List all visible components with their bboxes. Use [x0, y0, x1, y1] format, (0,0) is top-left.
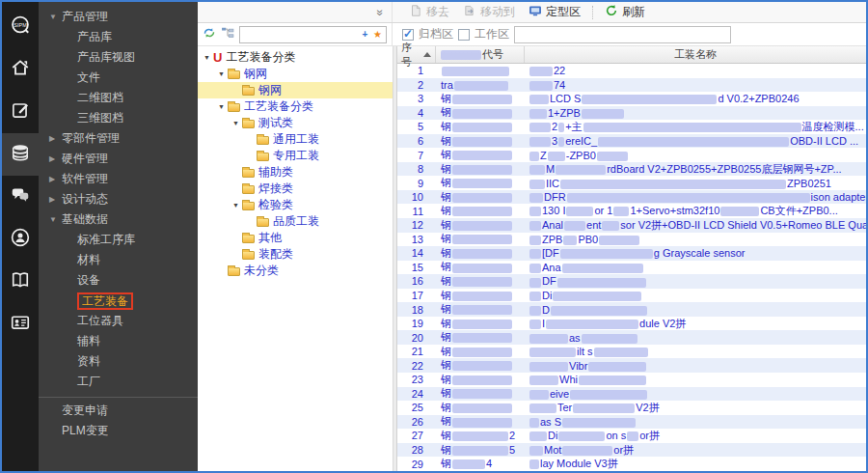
rail-item-chat[interactable]	[2, 176, 39, 218]
rail-item-contact[interactable]	[2, 218, 39, 261]
nav-item-base-data[interactable]: ▼基础数据	[39, 209, 198, 230]
rail-item-book[interactable]	[2, 261, 39, 303]
chevron-right-icon[interactable]: ▶	[49, 154, 62, 163]
nav-item-plm-change[interactable]: PLM变更	[39, 421, 198, 441]
table-row[interactable]: 8钢MrdBoard V2+ZPB0255+ZPB0255底层钢网号+ZP...	[397, 162, 866, 177]
table-row[interactable]: 21钢ilt s	[397, 345, 866, 359]
table-row[interactable]: 11钢130 Ior 11+Servo+stm32f10CB文件+ZPB0...	[397, 204, 866, 218]
chevron-right-icon[interactable]: ▶	[49, 134, 62, 143]
tree-node-检验类[interactable]: ▼检验类	[198, 197, 393, 213]
tree-node-品质工装[interactable]: 品质工装	[198, 213, 393, 230]
tree-node-辅助类[interactable]: 辅助类	[198, 164, 393, 181]
tree-search-input[interactable]	[240, 28, 359, 42]
column-header-seq[interactable]: 序号	[397, 46, 436, 63]
rail-item-sipm-logo[interactable]: SIPM	[2, 6, 39, 48]
table-row[interactable]: 13钢ZPBPB0	[397, 233, 866, 247]
expand-arrow-icon[interactable]: ▼	[202, 54, 212, 61]
expand-arrow-icon[interactable]: ▼	[216, 70, 227, 77]
table-row[interactable]: 9钢IICZPB0251	[397, 176, 866, 190]
tree-node-钢网[interactable]: ▼钢网	[198, 66, 393, 82]
fixed-region-button[interactable]: 定型区	[522, 3, 587, 22]
nav-item-change-request[interactable]: 变更申请	[39, 401, 198, 421]
chevron-right-icon[interactable]: ▶	[49, 175, 62, 183]
table-row[interactable]: 3钢LCD Sd V0.2+ZPB0246	[397, 92, 866, 106]
tree-node-工艺装备分类[interactable]: ▼U工艺装备分类	[198, 49, 393, 66]
table-row[interactable]: 20钢as	[397, 330, 866, 345]
tree-search-locate-button[interactable]: ★	[371, 28, 384, 41]
table-row[interactable]: 23钢Whi	[397, 373, 866, 387]
chevron-right-icon[interactable]: ▶	[49, 195, 62, 204]
nav-item-product-mgmt[interactable]: ▼产品管理	[39, 7, 198, 27]
table-row[interactable]: 16钢DF	[397, 274, 866, 289]
tree-node-通用工装[interactable]: 通用工装	[198, 131, 393, 148]
table-row[interactable]: 12钢Analentsor V2拼+OBD-II LCD Shield V0.5…	[397, 218, 866, 233]
tree-node-焊接类[interactable]: 焊接类	[198, 181, 393, 197]
tree-node-测试类[interactable]: ▼测试类	[198, 115, 393, 131]
rail-item-home[interactable]	[2, 48, 39, 91]
nav-item-software-mgmt[interactable]: ▶软件管理	[39, 169, 198, 189]
tree-node-专用工装[interactable]: 专用工装	[198, 148, 393, 164]
chevron-down-icon[interactable]: ▼	[49, 215, 62, 224]
table-row[interactable]: 18钢D	[397, 302, 866, 317]
tree-hierarchy-icon[interactable]	[221, 26, 234, 43]
table-row[interactable]: 15钢Ana	[397, 261, 866, 275]
nav-item-hardware-mgmt[interactable]: ▶硬件管理	[39, 149, 198, 169]
nav-item-product-lib-view[interactable]: 产品库视图	[39, 47, 198, 68]
table-row[interactable]: 19钢Idule V2拼	[397, 317, 866, 331]
table-row[interactable]: 14钢[DFg Grayscale sensor	[397, 246, 866, 261]
nav-item-documents[interactable]: 资料	[39, 351, 198, 372]
table-row[interactable]: 122	[397, 64, 866, 78]
nav-item-parts-mgmt[interactable]: ▶零部件管理	[39, 128, 198, 149]
tree-search-expand-button[interactable]: +	[359, 28, 371, 41]
nav-item-materials[interactable]: 材料	[39, 250, 198, 270]
table-row[interactable]: 22钢Vibr	[397, 358, 866, 373]
nav-item-process-tooling[interactable]: 工艺装备	[39, 291, 198, 311]
table-row[interactable]: 17钢Di	[397, 289, 866, 303]
table-row[interactable]: 27钢2Dion sor拼	[397, 429, 866, 443]
table-row[interactable]: 7钢Z-ZPB0	[397, 148, 866, 162]
nav-item-auxiliary-materials[interactable]: 辅料	[39, 331, 198, 351]
archive-checkbox[interactable]	[402, 29, 414, 41]
tree-node-装配类[interactable]: 装配类	[198, 246, 393, 263]
rail-item-edit[interactable]	[2, 91, 39, 133]
table-row[interactable]: 29钢4lay Module V3拼	[397, 457, 866, 471]
nav-item-factory[interactable]: 工厂	[39, 372, 198, 392]
column-header-name[interactable]: 工装名称	[525, 46, 866, 63]
tree-node-钢网[interactable]: 钢网	[198, 82, 393, 98]
collapse-panel-icon[interactable]: »	[374, 9, 388, 15]
tree-node-其他[interactable]: 其他	[198, 230, 393, 246]
table-filter-input[interactable]	[514, 26, 731, 43]
tree-refresh-icon[interactable]	[203, 26, 216, 43]
table-row[interactable]: 2tra74	[397, 78, 866, 93]
redaction-blur	[452, 305, 512, 315]
table-row[interactable]: 6钢3ereIC_OBD-II LCD ...	[397, 134, 866, 149]
chevron-down-icon[interactable]: ▼	[49, 13, 62, 21]
table-row[interactable]: 25钢TerV2拼	[397, 401, 866, 415]
nav-item-standard-process-lib[interactable]: 标准工序库	[39, 230, 198, 250]
table-row[interactable]: 10钢DFRison adapter-B...	[397, 190, 866, 205]
nav-item-equipment[interactable]: 设备	[39, 270, 198, 291]
table-row[interactable]: 4钢1+ZPB	[397, 106, 866, 121]
nav-item-drawings-3d[interactable]: 三维图档	[39, 108, 198, 128]
move-to-button: 移动到	[456, 3, 522, 22]
table-row[interactable]: 28钢5Motor拼	[397, 443, 866, 458]
expand-arrow-icon[interactable]: ▼	[216, 103, 227, 110]
workspace-checkbox[interactable]	[458, 29, 470, 41]
nav-item-design-activity[interactable]: ▶设计动态	[39, 189, 198, 209]
nav-item-files[interactable]: 文件	[39, 68, 198, 88]
tree-node-工艺装备分类[interactable]: ▼工艺装备分类	[198, 98, 393, 115]
rail-item-idcard[interactable]	[2, 303, 39, 346]
expand-arrow-icon[interactable]: ▼	[231, 120, 241, 126]
tree-node-未分类[interactable]: 未分类	[198, 263, 393, 279]
rail-item-database[interactable]	[2, 133, 39, 176]
table-row[interactable]: 5钢2+主温度检测模...	[397, 120, 866, 134]
nav-item-product-lib[interactable]: 产品库	[39, 27, 198, 47]
expand-arrow-icon[interactable]: ▼	[231, 202, 241, 209]
cell-tooling-name: MrdBoard V2+ZPB0255+ZPB0255底层钢网号+ZP...	[525, 162, 866, 177]
refresh-button[interactable]: 刷新	[598, 3, 652, 22]
column-header-code[interactable]: 代号	[436, 46, 525, 63]
nav-item-drawings-2d[interactable]: 二维图档	[39, 88, 198, 108]
nav-item-station-apparatus[interactable]: 工位器具	[39, 311, 198, 331]
table-row[interactable]: 26钢as S	[397, 415, 866, 430]
table-row[interactable]: 24钢eive	[397, 387, 866, 402]
